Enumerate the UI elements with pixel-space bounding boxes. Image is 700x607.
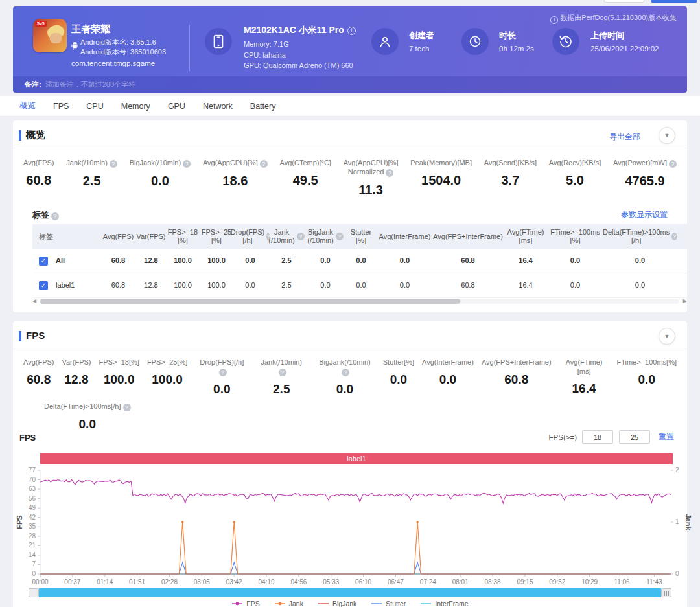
range-handle-right[interactable]: [661, 588, 671, 597]
metric-label: Drop(FPS)[/h]?: [195, 358, 248, 376]
report-header-card: i数据由PerfDog(5.1.210300)版本收集 5v5 王者荣耀 And…: [13, 6, 687, 93]
svg-text:49: 49: [29, 504, 36, 511]
metric-avg-fps-: Avg(FPS)60.8: [19, 358, 58, 396]
note-label: 备注:: [25, 80, 41, 88]
fps-card: FPS ▼ Avg(FPS)60.8Var(FPS)12.8FPS>=18[%]…: [13, 321, 687, 607]
row-value-cell: 100.0: [200, 249, 233, 273]
metric-value: 0.0: [130, 174, 191, 189]
metric-label-text: Peak(Memory)[MB]: [410, 159, 472, 166]
tab-概览[interactable]: 概览: [19, 100, 36, 111]
metric-label-text: BigJank(/10min): [130, 159, 181, 166]
help-icon[interactable]: ?: [260, 160, 268, 168]
metric-label: Avg(Recv)[KB/s]: [549, 158, 601, 167]
note-bar[interactable]: 备注:添加备注，不超过200个字符: [13, 76, 687, 93]
metric-label: Stutter[%]: [383, 358, 414, 367]
svg-text:35: 35: [29, 523, 36, 530]
fps-threshold-input-1[interactable]: [582, 430, 613, 444]
legend-label: FPS: [246, 600, 259, 607]
metric-label: Peak(Memory)[MB]: [410, 158, 472, 167]
row-value-cell: 0.0: [548, 249, 603, 273]
section-accent-bar: [19, 331, 21, 341]
tab-gpu[interactable]: GPU: [168, 102, 185, 111]
svg-text:04:56: 04:56: [290, 578, 307, 586]
overview-metrics-row: Avg(FPS)60.8Jank(/10min)?2.5BigJank(/10m…: [19, 158, 681, 198]
metric-jank-10min-: Jank(/10min)?2.5: [62, 158, 121, 198]
fps-threshold-input-2[interactable]: [619, 430, 650, 444]
top-partial-button-primary[interactable]: [651, 0, 697, 3]
help-icon[interactable]: ?: [669, 160, 677, 168]
top-partial-button-secondary[interactable]: [604, 0, 644, 3]
help-icon[interactable]: ?: [123, 404, 131, 411]
svg-text:11:06: 11:06: [614, 578, 630, 586]
help-icon[interactable]: ?: [183, 160, 191, 168]
row-value-cell: 12.8: [136, 273, 166, 297]
row-label-cell: ✓All: [32, 249, 100, 273]
legend-item-fps[interactable]: FPS: [231, 600, 259, 607]
tab-network[interactable]: Network: [203, 102, 233, 111]
perfdog-report-page: i数据由PerfDog(5.1.210300)版本收集 5v5 王者荣耀 And…: [0, 0, 700, 607]
overview-collapse-button[interactable]: ▼: [659, 127, 675, 144]
metric-label-text: Avg(InterFrame): [422, 358, 474, 366]
metric-label-text: Stutter[%]: [383, 358, 414, 366]
help-icon[interactable]: ?: [219, 369, 227, 376]
column-header: Var(FPS): [136, 224, 166, 249]
range-handle-left[interactable]: [29, 588, 39, 597]
scroll-left-arrow[interactable]: ◀: [32, 298, 36, 304]
metric-avg-interframe-: Avg(InterFrame)0.0: [418, 358, 478, 396]
row-checkbox[interactable]: ✓: [39, 257, 48, 266]
row-value-cell: 0.0: [377, 273, 432, 297]
tab-memory[interactable]: Memory: [121, 102, 150, 111]
range-scrollbar-body[interactable]: [39, 588, 661, 597]
column-header-text: Avg(FTime) [ms]: [508, 228, 544, 245]
help-icon[interactable]: ?: [110, 160, 117, 168]
column-header-text: Avg(FPS+InterFrame): [433, 233, 503, 241]
legend-item-interframe[interactable]: InterFrame: [420, 600, 468, 607]
reset-link[interactable]: 重置: [659, 431, 674, 442]
row-value-cell: 0.0: [233, 273, 267, 297]
export-all-link[interactable]: 导出全部: [609, 132, 640, 143]
row-value-cell: 60.8: [100, 249, 136, 273]
metric-label: BigJank(/10min)?: [314, 358, 375, 376]
row-checkbox[interactable]: ✓: [39, 281, 48, 290]
android-icon: [71, 41, 78, 52]
help-icon[interactable]: ?: [342, 369, 349, 376]
tab-fps[interactable]: FPS: [53, 102, 69, 111]
metric-value: 16.4: [559, 382, 609, 396]
help-icon[interactable]: ?: [279, 369, 286, 376]
svg-text:0: 0: [675, 570, 679, 577]
device-info-icon[interactable]: i: [347, 27, 356, 35]
fps-chart-title: FPS: [19, 433, 36, 442]
chart-label-banner: label1: [40, 453, 673, 464]
metric-label-text: FTime>=100ms[%]: [616, 358, 677, 366]
legend-item-jank[interactable]: Jank: [274, 600, 303, 607]
metric-avg-ftime-ms-: Avg(FTime)[ms]16.4: [555, 358, 613, 396]
tags-table-header-row: 标签Avg(FPS)Var(FPS)FPS>=18 [%]FPS>=25 [%]…: [32, 224, 687, 249]
help-icon[interactable]: ?: [671, 233, 677, 240]
svg-text:01:14: 01:14: [97, 578, 113, 586]
help-icon[interactable]: ?: [297, 233, 305, 240]
row-label-cell: ✓label1: [32, 273, 100, 297]
metric-peak-memory-mb-: Peak(Memory)[MB]1504.0: [406, 158, 476, 198]
tab-cpu[interactable]: CPU: [86, 102, 103, 111]
metric-label: Avg(CTemp)[°C]: [280, 158, 331, 167]
help-icon[interactable]: ?: [336, 233, 344, 240]
svg-text:7: 7: [32, 560, 36, 567]
scrollbar-thumb[interactable]: [40, 299, 460, 304]
svg-text:2: 2: [675, 466, 679, 474]
fps-section-title: FPS: [26, 330, 45, 341]
metric-stutter-: Stutter[%]0.0: [379, 358, 418, 396]
metric-label-text: Drop(FPS)[/h]: [200, 358, 244, 366]
legend-item-stutter[interactable]: Stutter: [371, 600, 406, 607]
scroll-right-arrow[interactable]: ▶: [683, 298, 687, 304]
header-divider: [189, 25, 190, 71]
metric-value: 60.8: [23, 173, 54, 188]
help-icon[interactable]: ?: [386, 169, 393, 177]
tab-battery[interactable]: Battery: [250, 102, 276, 111]
table-row: ✓All60.812.8100.0100.00.02.50.00.00.060.…: [32, 249, 687, 273]
legend-item-bigjank[interactable]: BigJank: [318, 600, 356, 607]
metric-value: 100.0: [99, 372, 139, 387]
param-display-settings-link[interactable]: 参数显示设置: [621, 209, 668, 220]
app-version-lines: Android版本名: 3.65.1.6 Android版本号: 3650106…: [80, 38, 166, 57]
tags-help-icon[interactable]: ?: [51, 212, 59, 220]
fps-collapse-button[interactable]: ▼: [659, 328, 675, 345]
